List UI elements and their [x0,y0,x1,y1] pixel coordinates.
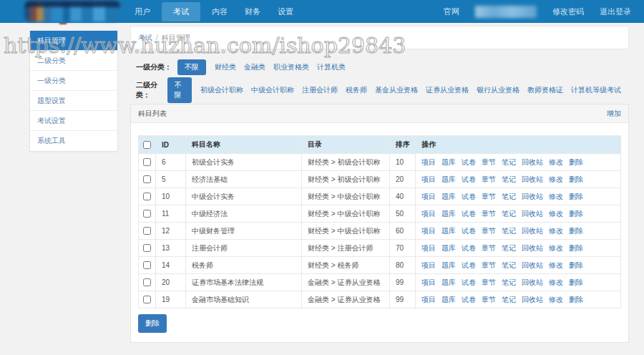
nav-site-link[interactable]: 官网 [444,6,459,17]
row-action-link[interactable]: 笔记 [502,193,516,200]
filter-option[interactable]: 注册会计师 [302,85,338,95]
row-action-link[interactable]: 项目 [421,175,436,183]
row-action-link[interactable]: 删除 [569,175,583,183]
row-action-link[interactable]: 回收站 [522,227,543,235]
add-link[interactable]: 增加 [607,104,621,122]
row-action-link[interactable]: 试卷 [462,261,476,269]
row-action-link[interactable]: 回收站 [522,244,543,252]
row-action-link[interactable]: 回收站 [522,193,543,200]
row-action-link[interactable]: 笔记 [502,278,516,286]
row-action-link[interactable]: 项目 [421,296,436,303]
row-action-link[interactable]: 笔记 [502,175,516,183]
filter-option[interactable]: 基金从业资格 [375,85,418,95]
filter-selected-level2[interactable]: 不限 [167,77,192,103]
select-all-checkbox[interactable] [143,141,151,149]
nav-item-finance[interactable]: 财务 [236,0,269,23]
row-action-link[interactable]: 题库 [441,278,456,286]
row-action-link[interactable]: 章节 [482,193,496,200]
row-checkbox[interactable] [143,158,151,166]
row-action-link[interactable]: 章节 [482,158,496,166]
row-checkbox[interactable] [143,296,151,303]
site-logo[interactable] [24,1,120,21]
row-action-link[interactable]: 题库 [441,261,456,269]
row-action-link[interactable]: 回收站 [522,296,543,303]
row-action-link[interactable]: 修改 [549,261,563,269]
row-action-link[interactable]: 修改 [549,278,563,286]
row-action-link[interactable]: 删除 [569,210,583,218]
row-checkbox[interactable] [143,261,151,269]
row-action-link[interactable]: 题库 [441,158,456,166]
sidebar-item-subject-manage[interactable]: 科目管理 [30,31,117,51]
row-action-link[interactable]: 修改 [549,175,563,183]
sidebar-item-system-tools[interactable]: 系统工具 [30,131,117,151]
row-action-link[interactable]: 章节 [482,227,496,235]
filter-option[interactable]: 计算机类 [317,62,346,72]
nav-item-user[interactable]: 用户 [126,0,159,23]
nav-logout[interactable]: 退出登录 [600,6,631,17]
sidebar-item-first-category[interactable]: 一级分类 [30,71,117,91]
row-action-link[interactable]: 题库 [441,296,456,303]
row-action-link[interactable]: 修改 [549,296,563,303]
row-action-link[interactable]: 删除 [569,278,583,286]
row-action-link[interactable]: 项目 [421,193,436,200]
row-action-link[interactable]: 修改 [549,210,563,218]
filter-option[interactable]: 中级会计职称 [251,85,294,95]
row-action-link[interactable]: 题库 [441,210,456,218]
nav-item-exam[interactable]: 考试 [162,2,200,21]
row-action-link[interactable]: 笔记 [502,227,516,235]
filter-option[interactable]: 银行从业资格 [477,85,519,95]
breadcrumb-section[interactable]: 考试 [138,34,152,42]
row-action-link[interactable]: 删除 [569,158,583,166]
row-action-link[interactable]: 章节 [482,296,496,303]
row-action-link[interactable]: 笔记 [502,158,516,166]
nav-item-content[interactable]: 内容 [203,0,236,23]
row-action-link[interactable]: 章节 [482,210,496,218]
row-action-link[interactable]: 回收站 [522,175,543,183]
row-action-link[interactable]: 项目 [421,227,436,235]
delete-button[interactable]: 删除 [138,314,167,333]
row-action-link[interactable]: 试卷 [462,158,476,166]
row-action-link[interactable]: 试卷 [462,278,476,286]
filter-option[interactable]: 证券从业资格 [426,85,469,95]
row-action-link[interactable]: 章节 [482,244,496,252]
row-checkbox[interactable] [143,210,151,218]
row-action-link[interactable]: 章节 [482,261,496,269]
row-checkbox[interactable] [143,278,151,286]
username-blurred[interactable] [475,6,537,18]
row-checkbox[interactable] [143,227,151,235]
row-action-link[interactable]: 修改 [549,193,563,200]
row-action-link[interactable]: 回收站 [522,210,543,218]
row-action-link[interactable]: 修改 [549,227,563,235]
row-action-link[interactable]: 项目 [421,158,436,166]
filter-option[interactable]: 金融类 [244,62,265,72]
row-action-link[interactable]: 试卷 [462,193,476,200]
nav-item-settings[interactable]: 设置 [269,0,302,23]
row-action-link[interactable]: 修改 [549,244,563,252]
row-action-link[interactable]: 删除 [569,261,583,269]
row-action-link[interactable]: 删除 [569,227,583,235]
row-checkbox[interactable] [143,175,151,183]
row-action-link[interactable]: 题库 [441,175,456,183]
filter-option[interactable]: 财经类 [215,62,236,72]
row-action-link[interactable]: 章节 [482,175,496,183]
row-action-link[interactable]: 笔记 [502,210,516,218]
row-action-link[interactable]: 删除 [569,296,583,303]
row-action-link[interactable]: 项目 [421,244,436,252]
filter-option[interactable]: 计算机等级考试 [571,85,621,95]
row-action-link[interactable]: 笔记 [502,296,516,303]
row-action-link[interactable]: 回收站 [522,158,543,166]
row-action-link[interactable]: 笔记 [502,261,516,269]
row-action-link[interactable]: 删除 [569,244,583,252]
sidebar-item-question-type-settings[interactable]: 题型设置 [30,91,117,111]
row-action-link[interactable]: 项目 [421,261,436,269]
row-action-link[interactable]: 回收站 [522,278,543,286]
row-action-link[interactable]: 题库 [441,227,456,235]
filter-option[interactable]: 职业资格类 [273,62,309,72]
filter-selected-level1[interactable]: 不限 [177,59,206,75]
row-action-link[interactable]: 试卷 [462,296,476,303]
filter-option[interactable]: 初级会计职称 [200,85,243,95]
row-action-link[interactable]: 回收站 [522,261,543,269]
row-action-link[interactable]: 试卷 [462,210,476,218]
row-action-link[interactable]: 题库 [441,244,456,252]
row-action-link[interactable]: 项目 [421,210,436,218]
